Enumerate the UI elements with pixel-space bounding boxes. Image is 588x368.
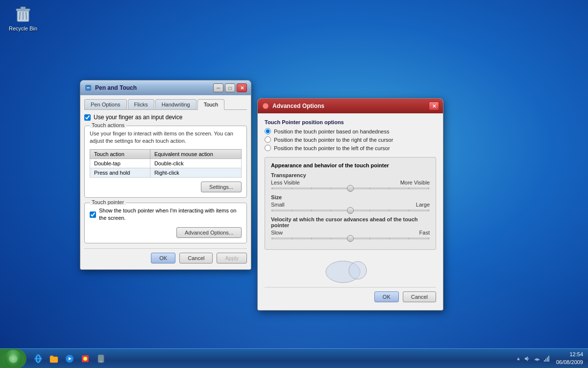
transparency-thumb[interactable] bbox=[347, 185, 354, 192]
media-player-icon[interactable] bbox=[63, 352, 76, 366]
show-hidden-icons[interactable]: ▲ bbox=[516, 356, 521, 361]
touch-actions-group: Touch actions Use your finger to interac… bbox=[84, 126, 247, 198]
tab-flicks[interactable]: Flicks bbox=[128, 99, 154, 109]
radio-right-label[interactable]: Position the touch pointer to the right … bbox=[274, 137, 393, 143]
size-label: Size bbox=[271, 194, 430, 200]
close-button[interactable]: ✕ bbox=[237, 83, 247, 92]
show-pointer-checkbox[interactable] bbox=[90, 211, 96, 218]
tab-touch[interactable]: Touch bbox=[197, 99, 224, 110]
action-press-hold: Press and hold bbox=[90, 168, 150, 177]
start-button[interactable] bbox=[0, 349, 26, 368]
start-orb bbox=[4, 350, 22, 368]
pen-touch-title: Pen and Touch bbox=[95, 84, 213, 91]
svg-point-21 bbox=[536, 359, 538, 361]
maximize-button[interactable]: □ bbox=[225, 83, 235, 92]
tablet-pc-icon[interactable] bbox=[94, 352, 108, 366]
size-slider-row: Size Small Large bbox=[271, 194, 430, 211]
adv-title-icon bbox=[262, 102, 270, 110]
clock-time: 12:54 bbox=[556, 351, 583, 358]
pen-touch-window-controls: ─ □ ✕ bbox=[213, 83, 247, 92]
touch-actions-title: Touch actions bbox=[90, 122, 126, 128]
clock-date: 06/08/2009 bbox=[556, 359, 583, 366]
adv-content: Touch Pointer position options Position … bbox=[258, 113, 443, 310]
velocity-label: Velocity at which the cursor advances ah… bbox=[271, 216, 430, 228]
taskbar-quick-launch bbox=[28, 352, 111, 366]
radio-handedness[interactable] bbox=[265, 128, 271, 134]
system-clock[interactable]: 12:54 06/08/2009 bbox=[556, 351, 583, 366]
recycle-bin-label: Recycle Bin bbox=[9, 26, 37, 31]
col-mouse-action: Equivalent mouse action bbox=[150, 149, 241, 158]
tab-bar: Pen Options Flicks Handwriting Touch bbox=[84, 99, 247, 110]
velocity-track bbox=[271, 237, 430, 239]
velocity-thumb[interactable] bbox=[347, 235, 354, 242]
adv-titlebar[interactable]: Advanced Options ✕ bbox=[258, 99, 443, 113]
internet-explorer-icon[interactable] bbox=[31, 352, 45, 366]
desktop: Recycle Bin Pen and Touch ─ □ ✕ Pen Opti… bbox=[0, 0, 588, 368]
adv-title: Advanced Options bbox=[272, 103, 429, 109]
tab-pen-options[interactable]: Pen Options bbox=[84, 99, 127, 109]
adv-dialog-buttons: OK Cancel bbox=[265, 287, 436, 304]
radio-handedness-label[interactable]: Position the touch pointer based on hand… bbox=[274, 129, 389, 134]
size-track bbox=[271, 210, 430, 211]
network-icon[interactable] bbox=[534, 355, 540, 362]
action-double-tap: Double-tap bbox=[90, 158, 150, 168]
use-finger-row: Use your finger as an input device bbox=[84, 114, 247, 121]
size-max: Large bbox=[416, 202, 430, 208]
velocity-max: Fast bbox=[419, 230, 430, 236]
svg-rect-24 bbox=[547, 357, 548, 362]
adv-close-button[interactable]: ✕ bbox=[429, 102, 439, 110]
mouse-double-click: Double-click bbox=[150, 158, 241, 168]
svg-line-5 bbox=[26, 12, 26, 20]
touch-actions-desc: Use your finger to interact with items o… bbox=[90, 130, 242, 145]
radio-left-row: Position the touch pointer to the left o… bbox=[265, 145, 436, 151]
signal-icon[interactable] bbox=[543, 355, 550, 362]
settings-btn-row: Settings... bbox=[90, 182, 242, 192]
show-pointer-row: Show the touch pointer when I'm interact… bbox=[90, 207, 242, 222]
transparency-min: Less Visible bbox=[271, 180, 300, 185]
radio-right[interactable] bbox=[265, 136, 271, 143]
advanced-options-dialog: Advanced Options ✕ Touch Pointer positio… bbox=[257, 98, 443, 311]
taskbar-right: ▲ 12:54 06/08/2009 bbox=[516, 351, 588, 366]
use-finger-checkbox[interactable] bbox=[84, 114, 91, 121]
svg-line-3 bbox=[20, 12, 20, 20]
dialog-buttons: OK Cancel Apply bbox=[84, 248, 247, 265]
transparency-label: Transparency bbox=[271, 172, 430, 178]
cancel-button[interactable]: Cancel bbox=[179, 253, 213, 263]
use-finger-label[interactable]: Use your finger as an input device bbox=[94, 114, 182, 121]
folder-icon[interactable] bbox=[47, 352, 61, 366]
tab-handwriting[interactable]: Handwriting bbox=[155, 99, 196, 109]
adv-cancel-button[interactable]: Cancel bbox=[403, 291, 436, 302]
radio-left-label[interactable]: Position the touch pointer to the left o… bbox=[274, 145, 390, 151]
minimize-button[interactable]: ─ bbox=[213, 83, 223, 92]
table-row[interactable]: Press and hold Right-click bbox=[90, 168, 242, 177]
svg-marker-20 bbox=[525, 356, 528, 361]
advanced-options-button[interactable]: Advanced Options... bbox=[176, 227, 242, 238]
system-tray-icons: ▲ bbox=[516, 355, 550, 362]
pen-and-touch-dialog: Pen and Touch ─ □ ✕ Pen Options Flicks H… bbox=[80, 80, 251, 270]
radio-handedness-row: Position the touch pointer based on hand… bbox=[265, 128, 436, 134]
advanced-btn-row: Advanced Options... bbox=[90, 227, 242, 238]
settings-button[interactable]: Settings... bbox=[201, 182, 242, 192]
svg-rect-23 bbox=[545, 359, 546, 362]
show-pointer-label[interactable]: Show the touch pointer when I'm interact… bbox=[99, 207, 242, 222]
radio-left[interactable] bbox=[265, 145, 271, 151]
table-row[interactable]: Double-tap Double-click bbox=[90, 158, 242, 168]
apply-button[interactable]: Apply bbox=[217, 253, 247, 263]
size-thumb[interactable] bbox=[347, 207, 354, 214]
svg-point-10 bbox=[349, 262, 367, 279]
adv-ok-button[interactable]: OK bbox=[374, 291, 399, 302]
recycle-bin-icon[interactable]: Recycle Bin bbox=[6, 4, 40, 31]
velocity-slider-row: Velocity at which the cursor advances ah… bbox=[271, 216, 430, 239]
touch-pointer-group: Touch pointer Show the touch pointer whe… bbox=[84, 203, 247, 243]
ok-button[interactable]: OK bbox=[151, 253, 175, 263]
pen-touch-titlebar[interactable]: Pen and Touch ─ □ ✕ bbox=[80, 80, 251, 95]
paint-icon[interactable] bbox=[78, 352, 92, 366]
volume-icon[interactable] bbox=[524, 355, 531, 362]
mouse-right-click: Right-click bbox=[150, 168, 241, 177]
touch-pointer-position-section: Touch Pointer position options Position … bbox=[265, 119, 436, 151]
appearance-title: Appearance and behavior of the touch poi… bbox=[271, 162, 430, 168]
pen-touch-content: Pen Options Flicks Handwriting Touch Use… bbox=[80, 95, 251, 269]
pen-touch-title-icon bbox=[84, 84, 92, 92]
adv-window-controls: ✕ bbox=[429, 102, 439, 110]
transparency-track bbox=[271, 187, 430, 189]
